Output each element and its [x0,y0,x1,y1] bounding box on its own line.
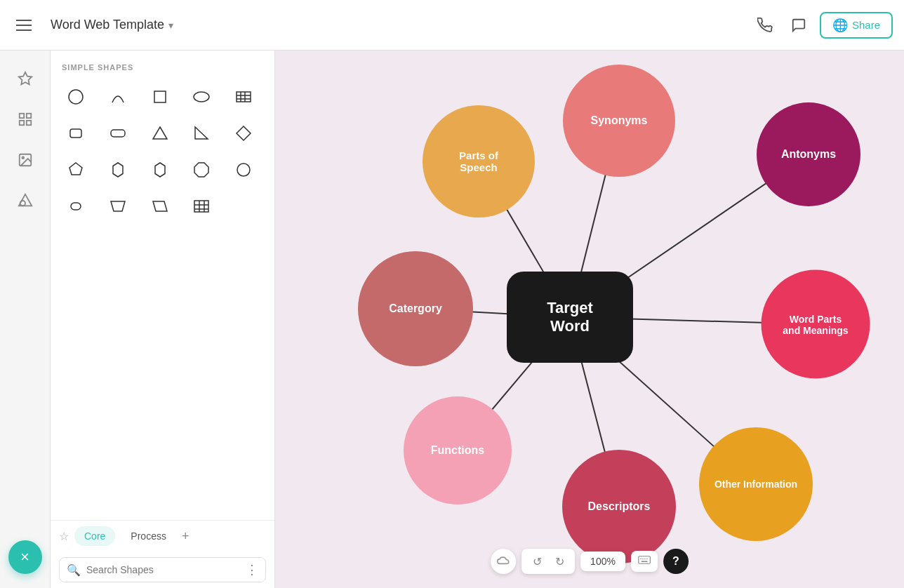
svg-marker-20 [195,127,208,139]
svg-marker-21 [237,126,251,140]
undo-button[interactable]: ↺ [527,552,547,571]
svg-marker-22 [69,163,82,175]
keyboard-shortcut-icon[interactable] [631,551,658,572]
synonyms-node[interactable]: Synonyms [563,65,675,177]
close-icon: × [20,548,29,566]
word-parts-label: Word Partsand Meanings [783,313,848,335]
triangle-shape[interactable] [143,116,177,150]
tabs-star-icon[interactable]: ☆ [59,530,69,543]
title-area: Word Web Template ▾ [51,18,173,32]
main-area: × SIMPLE SHAPES [0,51,904,588]
word-parts-node[interactable]: Word Partsand Meanings [762,270,870,379]
shapes-icon[interactable] [11,187,39,215]
center-node-label: TargetWord [547,299,593,335]
svg-marker-24 [155,163,165,177]
star-icon[interactable] [11,65,39,93]
trapezoid-shape[interactable] [101,189,135,223]
hexagon-shape[interactable] [143,153,177,187]
svg-rect-18 [111,130,125,137]
search-icon: 🔍 [67,563,81,577]
phone-icon[interactable] [752,13,778,38]
antonyms-label: Antonyms [781,148,836,161]
chat-icon[interactable] [786,13,811,38]
other-info-node[interactable]: Other Information [699,427,813,541]
svg-marker-19 [153,127,167,139]
arc-shape[interactable] [101,80,135,114]
help-label: ? [672,555,679,568]
share-label: Share [852,19,880,31]
shapes-grid [51,77,274,226]
more-options-icon[interactable]: ⋮ [246,562,258,577]
svg-marker-0 [18,72,31,84]
zoom-bar: ↺ ↻ 100% ? [491,549,689,574]
search-bar: 🔍 ⋮ [59,557,266,582]
right-triangle-shape[interactable] [185,116,218,150]
antonyms-node[interactable]: Antonyms [757,102,860,206]
svg-rect-4 [19,121,23,125]
svg-point-26 [237,163,250,176]
rounded-small-shape[interactable] [59,189,93,223]
functions-node[interactable]: Functions [404,396,512,505]
square-shape[interactable] [143,80,177,114]
svg-rect-10 [154,91,166,102]
redo-button[interactable]: ↻ [550,552,569,571]
table-shape[interactable] [227,80,260,114]
svg-marker-23 [113,163,123,177]
grid2-shape[interactable] [185,189,218,223]
search-input[interactable] [86,564,240,575]
svg-point-11 [194,92,209,102]
svg-rect-1 [19,114,23,118]
menu-button[interactable] [11,13,36,38]
category-node[interactable]: Catergory [358,251,473,366]
svg-rect-2 [26,114,30,118]
shapes-section-label: SIMPLE SHAPES [51,51,274,77]
tab-core[interactable]: Core [74,526,115,546]
circle-shape[interactable] [59,80,93,114]
undo-redo-controls: ↺ ↻ [521,549,575,574]
svg-rect-12 [237,92,251,102]
svg-rect-30 [194,201,208,212]
fab-close-button[interactable]: × [8,540,42,574]
rounded-rect-shape[interactable] [59,116,93,150]
svg-rect-43 [639,556,651,564]
octagon-shape[interactable] [185,153,218,187]
shapes-panel: SIMPLE SHAPES [51,51,275,588]
svg-rect-3 [26,121,30,125]
grid-icon[interactable] [11,105,39,133]
center-node[interactable]: TargetWord [507,272,633,363]
rounded-wide-shape[interactable] [101,116,135,150]
zoom-level-display[interactable]: 100% [580,552,625,571]
help-button[interactable]: ? [663,549,689,574]
ellipse-shape[interactable] [185,80,218,114]
document-title: Word Web Template [51,18,164,32]
mindmap: TargetWord Synonyms Antonyms Parts ofSpe… [275,51,904,588]
add-tab-button[interactable]: + [182,529,190,544]
svg-rect-17 [70,129,81,138]
other-info-label: Other Information [714,479,797,490]
cloud-save-icon[interactable] [491,549,516,574]
svg-point-9 [69,90,83,104]
svg-marker-28 [111,201,125,211]
descriptors-label: Descriptors [588,500,651,513]
svg-marker-25 [194,163,208,177]
circle2-shape[interactable] [227,153,260,187]
canvas[interactable]: TargetWord Synonyms Antonyms Parts ofSpe… [275,51,904,588]
title-dropdown-icon[interactable]: ▾ [168,20,173,31]
tab-process[interactable]: Process [121,526,176,546]
functions-label: Functions [431,444,484,457]
svg-point-6 [22,156,24,159]
diamond-shape[interactable] [227,116,260,150]
pentagon-shape[interactable] [59,153,93,187]
parallelogram-shape[interactable] [143,189,177,223]
sidebar-icons: × [0,51,51,588]
header: Word Web Template ▾ 🌐 Share [0,0,904,51]
hexagon-sm-shape[interactable] [101,153,135,187]
svg-marker-29 [153,201,167,211]
parts-of-speech-node[interactable]: Parts ofSpeech [423,105,535,218]
globe-icon: 🌐 [832,18,848,33]
share-button[interactable]: 🌐 Share [820,12,893,39]
svg-rect-27 [71,203,81,210]
tabs-bar: ☆ Core Process + [51,520,274,552]
descriptors-node[interactable]: Descriptors [562,450,676,563]
image-icon[interactable] [11,146,39,174]
